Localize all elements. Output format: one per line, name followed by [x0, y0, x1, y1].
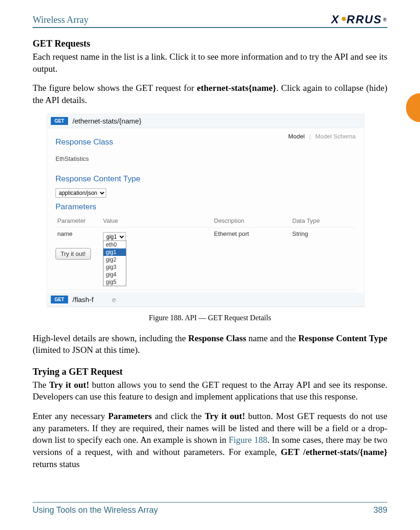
parameters-table: Parameter Value Description Data Type na… [55, 214, 356, 244]
api-path: /ethernet-stats/{name} [73, 117, 142, 125]
figure-caption: Figure 188. API — GET Request Details [33, 314, 387, 322]
option-gig1[interactable]: gig1 [103, 248, 126, 256]
cell-param: name [55, 227, 101, 244]
footer-section-title: Using Tools on the Wireless Array [33, 505, 158, 515]
col-data-type: Data Type [290, 214, 356, 227]
text: e [112, 296, 116, 303]
api-path-secondary: /flash-fe [73, 296, 116, 303]
api-endpoint-bar-secondary[interactable]: GET /flash-fe [47, 293, 364, 307]
http-method-badge: GET [51, 296, 68, 303]
api-endpoint-bar[interactable]: GET /ethernet-stats/{name} [47, 114, 364, 128]
parameters-heading: Parameters [55, 202, 356, 212]
logo-trademark: ® [383, 17, 387, 22]
text-bold: GET /ethernet-stats/{name} [281, 447, 387, 457]
text: name and the [246, 333, 298, 343]
text: Enter any necessary [33, 411, 108, 421]
text: returns status [33, 459, 80, 469]
header-title: Wireless Array [33, 14, 89, 25]
option-gig2[interactable]: gig2 [103, 256, 126, 263]
figure-api-get: GET /ethernet-stats/{name} Model | Model… [47, 114, 365, 307]
text-bold: Response Content Type [298, 333, 387, 343]
response-content-type-heading: Response Content Type [55, 174, 356, 184]
paragraph-tryit-1: The Try it out! button allows you to sen… [33, 379, 387, 403]
text: /flash-f [73, 296, 94, 303]
paragraph-intro: Each request name in the list is a link.… [33, 51, 387, 75]
text-bold: Response Class [188, 333, 246, 343]
text: The [33, 380, 49, 390]
cell-desc: Ethernet port [212, 227, 290, 244]
text: (limited to JSON at this time). [33, 345, 140, 355]
tab-model[interactable]: Model [288, 133, 304, 140]
paragraph-tryit-2: Enter any necessary Parameters and click… [33, 410, 387, 470]
figure-cross-ref[interactable]: Figure 188 [228, 435, 267, 445]
model-tabs: Model | Model Schema [288, 133, 356, 140]
col-description: Description [212, 214, 290, 227]
text-bold: ethernet-stats{name} [197, 83, 276, 93]
paragraph-after-figure: High-level details are shown, including … [33, 332, 387, 356]
cell-type: String [290, 227, 356, 244]
tab-separator: | [309, 133, 310, 140]
option-gig3[interactable]: gig3 [103, 263, 126, 271]
text: Each request name in the list is a link.… [33, 52, 387, 74]
logo-text-rest: RRUS [347, 13, 382, 26]
response-class-value: EthStatistics [55, 155, 356, 162]
col-parameter: Parameter [55, 214, 101, 227]
table-row: name gig1 eth0 gig1 gig2 gig3 [55, 227, 356, 244]
cell-value: gig1 eth0 gig1 gig2 gig3 gig4 gig5 [101, 227, 212, 244]
thumb-tab [406, 93, 420, 122]
tab-model-schema[interactable]: Model Schema [315, 133, 356, 140]
text-bold: Parameters [108, 411, 152, 421]
text: and click the [152, 411, 205, 421]
option-eth0[interactable]: eth0 [103, 241, 126, 248]
heading-trying-get: Trying a GET Request [33, 366, 387, 377]
heading-get-requests: GET Requests [33, 38, 387, 49]
logo: X RRUS® [331, 13, 387, 26]
option-gig4[interactable]: gig4 [103, 271, 126, 278]
text: High-level details are shown, including … [33, 333, 188, 343]
text: The figure below shows the GET request f… [33, 83, 197, 93]
http-method-badge: GET [51, 117, 68, 125]
try-it-out-button[interactable]: Try it out! [55, 248, 91, 260]
param-value-select[interactable]: gig1 [103, 232, 126, 241]
option-gig5[interactable]: gig5 [103, 278, 126, 286]
paragraph-figure-ref: The figure below shows the GET request f… [33, 82, 387, 106]
logo-dot-icon [342, 17, 346, 21]
content-type-select[interactable]: application/json [55, 188, 106, 198]
footer-page-number: 389 [373, 505, 387, 515]
page-footer: Using Tools on the Wireless Array 389 [33, 502, 387, 515]
logo-text-x: X [331, 13, 340, 26]
text-bold: Try it out! [49, 380, 90, 390]
page-header: Wireless Array X RRUS® [33, 13, 387, 28]
text-bold: Try it out! [205, 411, 245, 421]
col-value: Value [101, 214, 212, 227]
param-value-dropdown[interactable]: eth0 gig1 gig2 gig3 gig4 gig5 [103, 241, 126, 286]
